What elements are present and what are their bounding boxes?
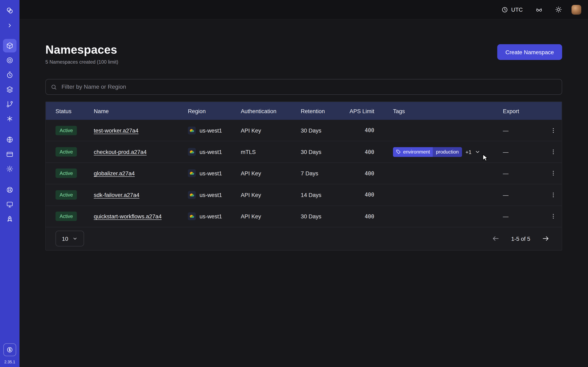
- sidebar-item-billing[interactable]: [3, 148, 17, 161]
- timezone-label: UTC: [511, 6, 523, 13]
- page-size-select[interactable]: 10: [56, 231, 84, 247]
- pagination: 1-5 of 5: [489, 233, 552, 245]
- gcp-cloud-icon: [188, 191, 196, 199]
- row-actions-menu-button[interactable]: [547, 210, 559, 222]
- filter-search-box: [45, 79, 562, 95]
- status-badge: Active: [56, 126, 77, 135]
- retention-label: 14 Days: [301, 192, 348, 198]
- sidebar-bottom: 2.35.1: [3, 343, 16, 367]
- app: 2.35.1 UTC Namespaces 5 Namespaces creat…: [0, 0, 588, 367]
- sidebar-item-support[interactable]: [3, 183, 17, 197]
- table-row: Active checkout-prod.a27a4 us-west1 mTLS…: [46, 141, 562, 162]
- row-actions-menu-button[interactable]: [547, 189, 559, 201]
- main-content: Namespaces 5 Namespaces created (100 lim…: [20, 20, 588, 367]
- tags-cell: environment production +1: [393, 147, 503, 157]
- search-input[interactable]: [61, 83, 557, 91]
- status-badge: Active: [56, 169, 77, 178]
- tag-pill[interactable]: environment production: [393, 147, 462, 157]
- labs-glasses-icon[interactable]: [532, 3, 545, 16]
- kebab-menu-icon: [550, 213, 556, 220]
- timezone-selector[interactable]: UTC: [498, 4, 526, 15]
- authentication-label: API Key: [241, 192, 301, 198]
- sidebar: 2.35.1: [0, 0, 20, 367]
- column-header-retention: Retention: [301, 108, 348, 114]
- tags-expand-chevron-icon[interactable]: [475, 149, 481, 155]
- region-label: us-west1: [199, 192, 222, 198]
- chevron-down-icon: [72, 236, 78, 242]
- table-header-row: Status Name Region Authentication Retent…: [46, 102, 562, 120]
- page-title: Namespaces: [45, 43, 118, 57]
- sidebar-item-namespaces[interactable]: [3, 39, 17, 52]
- column-header-tags: Tags: [393, 108, 503, 114]
- next-page-button[interactable]: [539, 233, 552, 245]
- row-actions-menu-button[interactable]: [547, 167, 559, 179]
- retention-label: 30 Days: [301, 149, 348, 155]
- status-badge: Active: [56, 212, 77, 221]
- kebab-menu-icon: [550, 127, 556, 133]
- sidebar-top: [3, 0, 17, 32]
- table-body: Active test-worker.a27a4 us-west1 API Ke…: [46, 120, 562, 227]
- sidebar-item-nexus[interactable]: [3, 98, 17, 111]
- column-header-status: Status: [56, 108, 94, 114]
- sidebar-expand-chevron-icon[interactable]: [3, 19, 17, 32]
- column-header-authentication: Authentication: [241, 108, 301, 114]
- aps-limit-value: 400: [348, 213, 393, 219]
- sidebar-item-deployments[interactable]: [3, 83, 17, 96]
- sidebar-item-workflows[interactable]: [3, 54, 17, 67]
- theme-toggle-sun-icon[interactable]: [552, 3, 565, 16]
- table-row: Active globalizer.a27a4 us-west1 API Key…: [46, 162, 562, 184]
- region-label: us-west1: [199, 149, 222, 155]
- tag-more-count: +1: [466, 149, 471, 155]
- namespace-link[interactable]: test-worker.a27a4: [94, 127, 138, 133]
- create-namespace-button[interactable]: Create Namespace: [497, 44, 562, 60]
- export-value: —: [503, 127, 545, 133]
- status-badge: Active: [56, 147, 77, 157]
- row-actions-menu-button[interactable]: [547, 146, 559, 158]
- temporal-logo[interactable]: [3, 4, 17, 17]
- status-badge: Active: [56, 190, 77, 200]
- sidebar-item-schedules[interactable]: [3, 68, 17, 82]
- sidebar-item-settings[interactable]: [3, 162, 17, 175]
- column-header-export: Export: [503, 108, 545, 114]
- kebab-menu-icon: [550, 192, 556, 198]
- region-label: us-west1: [199, 127, 222, 133]
- user-avatar[interactable]: [571, 5, 581, 15]
- gcp-cloud-icon: [188, 212, 196, 220]
- table-row: Active test-worker.a27a4 us-west1 API Ke…: [46, 120, 562, 141]
- tag-icon: [396, 150, 401, 154]
- aps-limit-value: 400: [348, 127, 393, 133]
- sidebar-nav: [3, 39, 17, 226]
- authentication-label: API Key: [241, 127, 301, 133]
- aps-limit-value: 400: [348, 192, 393, 198]
- arrow-right-icon: [542, 235, 549, 242]
- retention-label: 7 Days: [301, 170, 348, 176]
- search-icon: [51, 84, 57, 90]
- page-subtitle: 5 Namespaces created (100 limit): [45, 59, 118, 65]
- page-header: Namespaces 5 Namespaces created (100 lim…: [45, 43, 562, 65]
- aps-limit-value: 400: [348, 149, 393, 155]
- aps-limit-value: 400: [348, 170, 393, 176]
- arrow-left-icon: [492, 235, 500, 242]
- namespace-link[interactable]: sdk-failover.a27a4: [94, 192, 139, 198]
- authentication-label: API Key: [241, 213, 301, 220]
- sidebar-item-batch-operations[interactable]: [3, 112, 17, 125]
- sidebar-item-regions[interactable]: [3, 133, 17, 146]
- namespace-link[interactable]: globalizer.a27a4: [94, 170, 135, 176]
- namespace-link[interactable]: quickstart-workflows.a27a4: [94, 213, 162, 220]
- export-value: —: [503, 213, 545, 220]
- gcp-cloud-icon: [188, 126, 196, 134]
- kebab-menu-icon: [550, 149, 556, 155]
- previous-page-button[interactable]: [489, 233, 502, 245]
- page-size-value: 10: [62, 235, 68, 242]
- sidebar-item-getting-started[interactable]: [3, 212, 17, 226]
- column-header-aps-limit: APS Limit: [348, 108, 393, 114]
- kebab-menu-icon: [550, 170, 556, 176]
- row-actions-menu-button[interactable]: [547, 124, 559, 136]
- authentication-label: mTLS: [241, 149, 301, 155]
- table-row: Active sdk-failover.a27a4 us-west1 API K…: [46, 184, 562, 205]
- export-value: —: [503, 192, 545, 198]
- usage-icon[interactable]: [3, 343, 16, 356]
- sidebar-item-docs[interactable]: [3, 198, 17, 211]
- pagination-range: 1-5 of 5: [511, 235, 530, 242]
- namespace-link[interactable]: checkout-prod.a27a4: [94, 149, 147, 155]
